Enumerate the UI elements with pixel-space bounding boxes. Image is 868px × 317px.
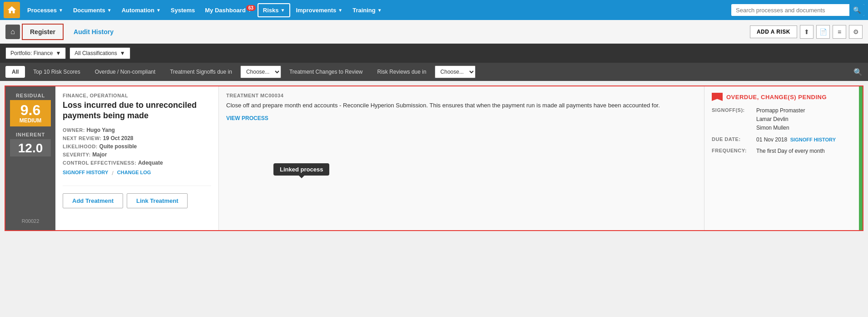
sub-nav-home[interactable]: ⌂ [5,25,20,39]
portfolio-dropdown[interactable]: Portfolio: Finance ▼ [5,47,66,59]
overdue-badge: OVERDUE, CHANGE(S) PENDING [712,93,852,101]
treatment-panel: TREATMENT MC00034 Close off and prepare … [219,86,704,230]
portfolio-caret: ▼ [55,50,61,56]
tab-register[interactable]: Register [22,24,64,40]
cat-overdue[interactable]: Overdue / Non-compliant [89,66,162,78]
frequency-key: FREQUENCY: [712,147,753,156]
nav-improvements-caret: ▼ [338,8,342,13]
link-treatment-button[interactable]: Link Treatment [127,193,188,208]
due-date-row: DUE DATE: 01 Nov 2018 SIGNOFF HISTORY [712,136,852,144]
search-bar: 🔍 [731,4,864,16]
search-input[interactable] [731,5,849,16]
nav-documents-caret: ▼ [107,8,112,13]
document-icon-button[interactable]: 📄 [816,25,830,39]
score-panel: RESIDUAL 9.6 MEDIUM INHERENT 12.0 R00022 [5,86,55,230]
search-icon: 🔍 [853,6,861,14]
nav-systems[interactable]: Systems [166,4,199,16]
signoff-names-row: SIGNOFF(S): Promapp PromasterLamar Devli… [712,106,852,133]
nav-training[interactable]: Training ▼ [348,4,386,16]
risk-owner: OWNER: Hugo Yang [63,127,211,133]
add-treatment-button[interactable]: Add Treatment [63,193,123,208]
gear-icon: ⚙ [853,28,859,35]
signoff-key: SIGNOFF(S): [712,106,753,133]
list-icon: ≡ [838,28,841,35]
tab-audit-history[interactable]: Audit History [65,24,122,40]
frequency-value: The first Day of every month [756,147,825,156]
signoff-history-link2[interactable]: SIGNOFF HISTORY [790,137,836,142]
overdue-text: OVERDUE, CHANGE(S) PENDING [726,94,827,101]
inherent-score: 12.0 [12,142,49,155]
nav-dashboard[interactable]: My Dashboard ▼ 63 [200,4,256,16]
treatment-id: TREATMENT MC00034 [226,93,697,98]
signoffs-due-select[interactable]: Choose... [240,65,281,78]
nav-processes[interactable]: Processes ▼ [23,4,68,16]
settings-icon-button[interactable]: ⚙ [849,25,863,39]
classifications-dropdown[interactable]: All Classifications ▼ [69,47,130,59]
reviews-due-select[interactable]: Choose... [435,65,476,78]
nav-training-caret: ▼ [377,8,382,13]
link-separator: / [112,170,114,176]
dashboard-badge: 63 [246,5,256,11]
risk-likelihood: LIKELIHOOD: Quite possible [63,143,211,150]
risk-severity: SEVERITY: Major [63,151,211,158]
nav-automation-caret: ▼ [156,8,161,13]
green-accent-bar [859,86,863,230]
risk-links: SIGNOFF HISTORY / CHANGE LOG [63,170,211,176]
inherent-score-box: 12.0 [10,139,51,156]
residual-score-box: 9.6 MEDIUM [10,100,51,126]
nav-risks-caret: ▼ [280,8,285,13]
overdue-flag-icon [712,93,723,101]
risk-next-review: NEXT REVIEW: 19 Oct 2028 [63,135,211,141]
add-risk-button[interactable]: ADD A RISK [750,25,797,38]
nav-improvements[interactable]: Improvements ▼ [291,4,347,16]
view-process-link[interactable]: VIEW PROCESS [226,115,268,121]
export-icon: ⬆ [804,28,809,35]
risk-card: RESIDUAL 9.6 MEDIUM INHERENT 12.0 R00022… [5,86,863,231]
home-nav-button[interactable] [4,2,20,18]
list-icon-button[interactable]: ≡ [833,25,846,39]
frequency-row: FREQUENCY: The first Day of every month [712,147,852,156]
inherent-label: INHERENT [16,132,45,137]
nav-automation[interactable]: Automation ▼ [117,4,165,16]
sub-nav-actions: ADD A RISK ⬆ 📄 ≡ ⚙ [750,25,863,39]
residual-level: MEDIUM [12,117,49,126]
risk-info-panel: FINANCE, OPERATIONAL Loss incurred due t… [55,86,219,230]
main-content: RESIDUAL 9.6 MEDIUM INHERENT 12.0 R00022… [0,81,868,236]
risk-category: FINANCE, OPERATIONAL [63,93,211,98]
change-log-link[interactable]: CHANGE LOG [117,170,151,176]
risk-title: Loss incurred due to unreconciled paymen… [63,100,211,121]
cat-risk-reviews[interactable]: Risk Reviews due in [371,66,433,78]
nav-processes-caret: ▼ [59,8,63,13]
search-button[interactable]: 🔍 [849,4,864,16]
classifications-caret: ▼ [120,50,125,56]
risk-id: R00022 [22,209,40,224]
top-nav: Processes ▼ Documents ▼ Automation ▼ Sys… [0,0,868,20]
signoff-names: Promapp PromasterLamar DevlinSimon Mulle… [756,106,805,133]
category-bar: All Top 10 Risk Scores Overdue / Non-com… [0,63,868,81]
due-date-key: DUE DATE: [712,136,753,144]
risk-control: CONTROL EFFECTIVENESS: Adequate [63,160,211,166]
export-icon-button[interactable]: ⬆ [800,25,813,39]
residual-label: RESIDUAL [16,93,45,98]
cat-all[interactable]: All [5,66,25,78]
signoff-history-link[interactable]: SIGNOFF HISTORY [63,170,108,176]
sub-nav: ⌂ Register Audit History ADD A RISK ⬆ 📄 … [0,20,868,44]
treatment-description: Close off and prepare month end accounts… [226,101,697,110]
residual-score: 9.6 [12,103,49,117]
risk-actions: Add Treatment Link Treatment [63,186,211,208]
nav-documents[interactable]: Documents ▼ [69,4,116,16]
cat-treatment-signoffs[interactable]: Treatment Signoffs due in [164,66,238,78]
nav-risks[interactable]: Risks ▼ [258,3,291,17]
filter-bar: Portfolio: Finance ▼ All Classifications… [0,44,868,63]
home-icon: ⌂ [10,28,15,36]
due-date-value: 01 Nov 2018 SIGNOFF HISTORY [756,136,836,144]
signoff-panel: OVERDUE, CHANGE(S) PENDING SIGNOFF(S): P… [704,86,859,230]
document-icon: 📄 [819,28,827,35]
cat-top10[interactable]: Top 10 Risk Scores [27,66,86,78]
cat-search-icon[interactable]: 🔍 [853,68,863,76]
linked-process-tooltip: Linked process [273,163,329,176]
cat-treatment-changes[interactable]: Treatment Changes to Review [283,66,369,78]
